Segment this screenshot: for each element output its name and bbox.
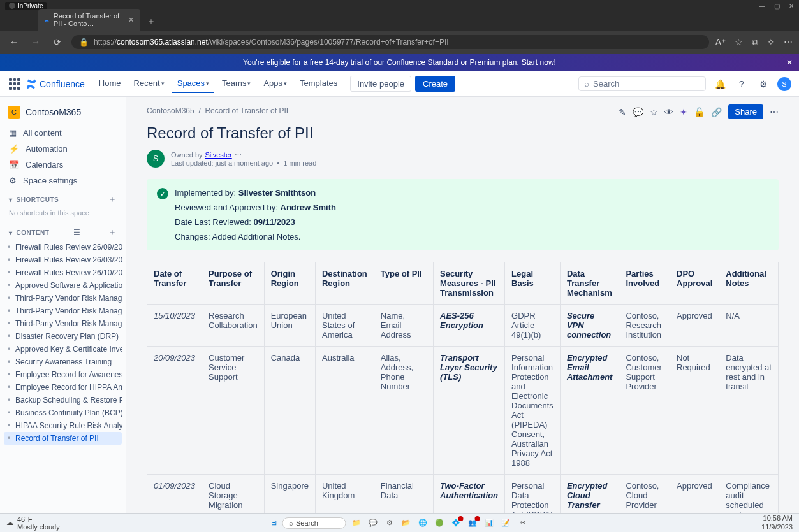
invite-people-button[interactable]: Invite people <box>350 76 411 92</box>
chevron-down-icon: ▾ <box>247 80 251 87</box>
new-tab-button[interactable]: ＋ <box>140 13 162 31</box>
chevron-down-icon: ▾ <box>284 80 287 87</box>
owner-link[interactable]: Silvester <box>205 151 232 159</box>
shortcuts-section[interactable]: ▾ SHORTCUTS ＋ <box>4 189 122 208</box>
watch-icon[interactable]: 👁 <box>664 107 673 117</box>
tree-item[interactable]: Third-Party Vendor Risk Management - 2… <box>4 317 122 330</box>
sidebar-item-space-settings[interactable]: ⚙Space settings <box>4 173 122 189</box>
page-actions: ✎ 💬 ☆ 👁 ✦ 🔓 🔗 Share ⋯ <box>619 104 779 119</box>
table-row: 01/09/2023Cloud Storage MigrationSingapo… <box>147 475 779 514</box>
chevron-down-icon: ▾ <box>9 196 13 203</box>
help-icon[interactable]: ? <box>734 76 749 92</box>
table-header: Date of Transfer <box>147 262 202 305</box>
nav-link-apps[interactable]: Apps▾ <box>258 75 292 93</box>
collections-icon[interactable]: ⧉ <box>752 37 758 48</box>
favorite-icon[interactable]: ☆ <box>735 37 743 47</box>
nav-link-spaces[interactable]: Spaces▾ <box>172 75 214 93</box>
sort-icon[interactable]: ☰ <box>73 228 81 237</box>
star-icon[interactable]: ☆ <box>650 107 658 117</box>
create-button[interactable]: Create <box>415 76 455 92</box>
site-lock-icon: 🔒 <box>79 38 89 47</box>
table-header: Parties Involved <box>619 262 670 305</box>
extensions-icon[interactable]: ✧ <box>767 37 775 47</box>
space-header[interactable]: C ContosoM365 <box>4 103 122 125</box>
table-header: Legal Basis <box>505 262 561 305</box>
tree-item[interactable]: Business Continuity Plan (BCP) <box>4 406 122 419</box>
sidebar-item-icon: ▦ <box>9 128 17 138</box>
tree-item[interactable]: HIPAA Security Rule Risk Analysis <box>4 419 122 432</box>
user-avatar[interactable]: S <box>777 77 791 91</box>
shortcuts-empty: No shortcuts in this space <box>4 208 122 222</box>
tree-item[interactable]: Firewall Rules Review 26/10/2022 <box>4 266 122 279</box>
window-controls[interactable]: — ▢ ✕ <box>759 3 794 10</box>
pii-transfer-table: Date of TransferPurpose of TransferOrigi… <box>147 262 779 513</box>
tree-item[interactable]: Firewall Rules Review 26/09/2023 <box>4 241 122 254</box>
read-aloud-icon[interactable]: A⁺ <box>715 37 726 47</box>
tree-item[interactable]: Employee Record for HIPPA Annual Traini… <box>4 381 122 394</box>
tree-item[interactable]: Approved Key & Certificate Inventory <box>4 343 122 356</box>
refresh-button[interactable]: ⟳ <box>50 37 65 47</box>
nav-link-home[interactable]: Home <box>94 75 126 93</box>
chevron-down-icon: ▾ <box>9 229 13 236</box>
tree-item[interactable]: Record of Transfer of PII <box>4 432 122 445</box>
sidebar-item-icon: 📅 <box>9 160 19 169</box>
nav-link-teams[interactable]: Teams▾ <box>217 75 256 93</box>
sidebar-item-all-content[interactable]: ▦All content <box>4 125 122 141</box>
close-window-button[interactable]: ✕ <box>789 3 794 10</box>
tree-item[interactable]: Disaster Recovery Plan (DRP) <box>4 330 122 343</box>
table-header: Destination Region <box>315 262 374 305</box>
tree-item[interactable]: Employee Record for Awareness Training <box>4 368 122 381</box>
trial-close-icon[interactable]: ✕ <box>786 58 793 67</box>
more-actions-icon[interactable]: ⋯ <box>770 107 779 117</box>
tree-item[interactable]: Third-Party Vendor Risk Management - 2… <box>4 292 122 305</box>
browser-tab[interactable]: Record of Transfer of PII - Conto… ✕ <box>38 9 140 31</box>
settings-gear-icon[interactable]: ⚙ <box>756 76 771 92</box>
minimize-button[interactable]: — <box>759 3 765 10</box>
tree-item[interactable]: Approved Software & Applications List <box>4 279 122 292</box>
checkmark-icon: ✓ <box>157 188 168 199</box>
trial-banner: You're eligible for a free 14-day trial … <box>0 54 799 71</box>
tree-item[interactable]: Third-Party Vendor Risk Management - 2… <box>4 305 122 317</box>
add-page-button[interactable]: ＋ <box>108 227 117 238</box>
page-title: Record of Transfer of PII <box>147 124 779 142</box>
space-icon: C <box>8 106 20 119</box>
chevron-down-icon: ▾ <box>161 80 165 87</box>
table-row: 15/10/2023Research CollaborationEuropean… <box>147 305 779 347</box>
edit-icon[interactable]: ✎ <box>619 107 626 117</box>
sidebar-item-icon: ⚙ <box>9 176 17 185</box>
back-button[interactable]: ← <box>6 37 22 47</box>
breadcrumb: ContosoM365 / Record of Transfer of PII <box>147 106 288 115</box>
presenter-icon[interactable]: ✦ <box>680 107 687 117</box>
maximize-button[interactable]: ▢ <box>774 3 780 10</box>
more-icon[interactable]: ⋯ <box>235 151 242 159</box>
table-header: Additional Notes <box>719 262 779 305</box>
tree-item[interactable]: Firewall Rules Review 26/03/2023 <box>4 254 122 266</box>
breadcrumb-space[interactable]: ContosoM365 <box>147 106 194 115</box>
forward-button[interactable]: → <box>28 37 43 47</box>
content-section[interactable]: ▾ CONTENT ☰ ＋ <box>4 222 122 241</box>
author-avatar[interactable]: S <box>147 150 165 168</box>
tree-item[interactable]: Security Awareness Training <box>4 356 122 368</box>
tab-close-icon[interactable]: ✕ <box>128 16 134 24</box>
browser-toolbar: ← → ⟳ 🔒 https://contosom365.atlassian.ne… <box>0 31 799 54</box>
confluence-logo[interactable]: Confluence <box>26 78 85 90</box>
notifications-icon[interactable]: 🔔 <box>712 76 728 92</box>
nav-link-recent[interactable]: Recent▾ <box>129 75 170 93</box>
restrictions-lock-icon[interactable]: 🔓 <box>694 107 705 117</box>
search-input[interactable]: ⌕ Search <box>578 76 706 91</box>
address-bar[interactable]: 🔒 https://contosom365.atlassian.net/wiki… <box>71 35 709 49</box>
sidebar: C ContosoM365 ▦All content⚡Automation📅Ca… <box>0 97 126 513</box>
byline: S Owned by Silvester ⋯ Last updated: jus… <box>147 150 779 168</box>
sidebar-item-calendars[interactable]: 📅Calendars <box>4 157 122 173</box>
tab-title: Record of Transfer of PII - Conto… <box>54 12 124 27</box>
link-icon[interactable]: 🔗 <box>711 107 722 117</box>
nav-link-templates[interactable]: Templates <box>295 75 342 93</box>
add-shortcut-button[interactable]: ＋ <box>108 194 117 205</box>
comment-icon[interactable]: 💬 <box>633 107 643 117</box>
trial-start-link[interactable]: Start now! <box>522 58 556 67</box>
app-switcher-icon[interactable] <box>8 77 22 91</box>
share-button[interactable]: Share <box>728 104 763 119</box>
browser-menu-icon[interactable]: ⋯ <box>784 37 793 47</box>
tree-item[interactable]: Backup Scheduling & Restore Procedure <box>4 394 122 406</box>
sidebar-item-automation[interactable]: ⚡Automation <box>4 141 122 157</box>
